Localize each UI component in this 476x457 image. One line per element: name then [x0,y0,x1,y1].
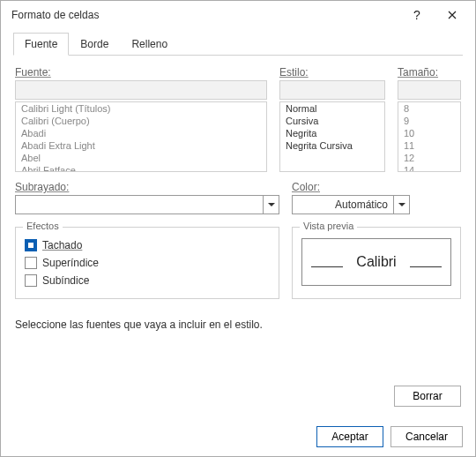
list-item[interactable]: 11 [398,139,460,152]
dialog-footer: Aceptar Cancelar [1,417,475,456]
cancel-button[interactable]: Cancelar [390,426,463,447]
color-label: Color: [292,181,410,193]
list-item[interactable]: Abadi [16,127,266,139]
ok-button[interactable]: Aceptar [316,426,383,447]
close-icon [448,11,457,19]
list-item[interactable]: Abel [16,152,266,164]
list-item[interactable]: Negrita [280,127,384,139]
style-label: Estilo: [279,66,385,79]
tabstrip: Fuente Borde Relleno [13,33,463,56]
color-combo[interactable]: Automático [292,195,410,214]
preview-font-name: Calibri [356,254,396,270]
list-item[interactable]: Abadi Extra Light [16,139,266,152]
checkbox-indeterminate-icon [25,239,37,251]
tab-border[interactable]: Borde [69,33,120,56]
size-label: Tamaño: [398,66,461,79]
strike-label: Tachado [42,239,82,251]
underline-label: Subrayado: [15,181,279,193]
checkbox-icon [25,274,37,287]
font-input[interactable] [15,80,267,100]
style-listbox[interactable]: Normal Cursiva Negrita Negrita Cursiva [279,101,385,172]
format-cells-dialog: Formato de celdas ? Fuente Borde Relleno… [0,0,476,457]
list-item[interactable]: 8 [398,102,460,115]
hint-text: Seleccione las fuentes que vaya a inclui… [15,318,461,331]
preview-title: Vista previa [300,221,357,231]
help-button[interactable]: ? [399,3,435,27]
font-listbox[interactable]: Calibri Light (Títulos) Calibri (Cuerpo)… [15,101,267,172]
chevron-down-icon [393,196,409,214]
list-item[interactable]: Normal [280,102,384,115]
color-value: Automático [293,199,393,211]
checkbox-icon [25,257,37,269]
preview-box: Calibri [301,238,451,286]
strike-checkbox[interactable]: Tachado [25,236,270,254]
chevron-down-icon [263,196,279,214]
clear-button[interactable]: Borrar [394,386,461,407]
list-item[interactable]: Cursiva [280,115,384,127]
preview-group: Vista previa Calibri [292,227,461,299]
size-listbox[interactable]: 8 9 10 11 12 14 [398,101,461,172]
style-input[interactable] [279,80,385,100]
subscript-label: Subíndice [42,274,89,287]
underline-combo[interactable] [15,195,279,214]
list-item[interactable]: Calibri Light (Títulos) [16,102,266,115]
list-item[interactable]: Calibri (Cuerpo) [16,115,266,127]
tab-font[interactable]: Fuente [13,33,69,56]
tab-fill[interactable]: Relleno [120,33,179,56]
close-button[interactable] [435,3,470,27]
list-item[interactable]: 14 [398,164,460,172]
superscript-checkbox[interactable]: Superíndice [25,254,270,272]
list-item[interactable]: 10 [398,127,460,139]
superscript-label: Superíndice [42,257,99,269]
titlebar: Formato de celdas ? [1,1,475,29]
panel-font: Fuente: Calibri Light (Títulos) Calibri … [13,56,463,407]
font-label: Fuente: [15,66,267,79]
subscript-checkbox[interactable]: Subíndice [25,272,270,289]
dialog-title: Formato de celdas [11,9,399,21]
effects-group: Efectos Tachado Superíndice Subíndice [15,227,279,299]
effects-title: Efectos [23,221,63,231]
dialog-content: Fuente Borde Relleno Fuente: Calibri Lig… [1,29,475,417]
list-item[interactable]: 12 [398,152,460,164]
list-item[interactable]: Negrita Cursiva [280,139,384,152]
list-item[interactable]: Abril Fatface [16,164,266,172]
size-input[interactable] [398,80,461,100]
list-item[interactable]: 9 [398,115,460,127]
